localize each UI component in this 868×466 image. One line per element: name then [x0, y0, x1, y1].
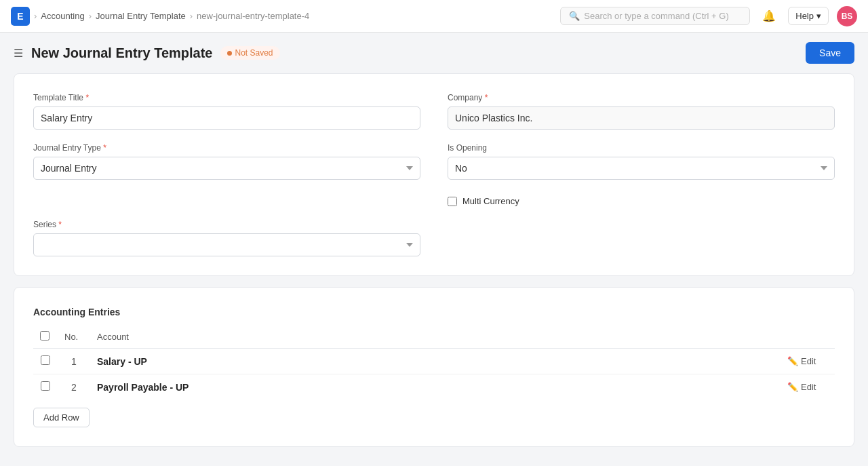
journal-entry-type-group: Journal Entry Type * Journal Entry — [33, 143, 420, 206]
table-header-actions — [781, 326, 835, 349]
template-title-group: Template Title * — [33, 93, 420, 130]
table-row: 1 Salary - UP ✏️ Edit — [33, 349, 835, 374]
avatar[interactable]: BS — [837, 6, 857, 26]
breadcrumb-sep-1: › — [34, 11, 37, 21]
form-row-1: Template Title * Company * — [33, 93, 835, 130]
edit-button[interactable]: ✏️ Edit — [787, 356, 816, 366]
breadcrumb-sep-2: › — [89, 11, 92, 21]
company-group: Company * — [448, 93, 835, 130]
app-logo[interactable]: E — [11, 7, 30, 26]
table-header-row: No. Account — [33, 326, 835, 349]
status-badge: Not Saved — [220, 46, 279, 60]
save-button[interactable]: Save — [806, 42, 854, 64]
breadcrumb-journal-entry-template[interactable]: Journal Entry Template — [96, 11, 186, 21]
is-opening-label: Is Opening — [448, 143, 835, 153]
template-title-label: Template Title * — [33, 93, 420, 102]
form-row-2: Journal Entry Type * Journal Entry Is Op… — [33, 143, 835, 206]
add-row-button[interactable]: Add Row — [33, 408, 90, 427]
form-row-3: Series * — [33, 220, 835, 256]
breadcrumb-current: new-journal-entry-template-4 — [197, 11, 309, 21]
entries-table: No. Account 1 Salary - UP ✏️ Edit 2 — [33, 326, 835, 400]
table-row: 2 Payroll Payable - UP ✏️ Edit — [33, 374, 835, 400]
company-label: Company * — [448, 93, 835, 102]
row-checkbox[interactable] — [41, 381, 50, 391]
template-title-input[interactable] — [33, 106, 420, 130]
page-header-left: ☰ New Journal Entry Template Not Saved — [14, 45, 280, 61]
accounting-entries-card: Accounting Entries No. Account 1 Salary … — [14, 287, 854, 447]
series-select[interactable] — [33, 233, 420, 256]
status-dot — [227, 51, 232, 56]
search-placeholder: Search or type a command (Ctrl + G) — [584, 11, 729, 21]
nav-right: 🔍 Search or type a command (Ctrl + G) 🔔 … — [560, 5, 857, 27]
series-right-spacer — [448, 220, 835, 256]
row-no: 2 — [58, 374, 90, 400]
series-group: Series * — [33, 220, 420, 256]
top-nav: E › Accounting › Journal Entry Template … — [0, 0, 868, 33]
required-marker: * — [85, 93, 89, 102]
edit-button[interactable]: ✏️ Edit — [787, 382, 816, 392]
nav-left: E › Accounting › Journal Entry Template … — [11, 7, 309, 26]
table-select-all-checkbox[interactable] — [40, 331, 50, 341]
accounting-entries-title: Accounting Entries — [33, 307, 835, 317]
journal-entry-type-label: Journal Entry Type * — [33, 143, 420, 153]
required-marker-2: * — [485, 93, 488, 102]
help-button[interactable]: Help ▾ — [788, 7, 829, 25]
row-no: 1 — [58, 349, 90, 374]
page-title: New Journal Entry Template — [31, 45, 212, 61]
multi-currency-row: Multi Currency — [448, 196, 835, 206]
is-opening-group: Is Opening No — [448, 143, 835, 180]
notifications-button[interactable]: 🔔 — [758, 5, 780, 27]
breadcrumb-accounting[interactable]: Accounting — [41, 11, 84, 21]
row-checkbox-cell — [33, 374, 58, 400]
search-box[interactable]: 🔍 Search or type a command (Ctrl + G) — [560, 7, 750, 25]
company-input[interactable] — [448, 106, 835, 130]
row-checkbox-cell — [33, 349, 58, 374]
edit-icon: ✏️ — [787, 356, 798, 366]
menu-icon[interactable]: ☰ — [14, 47, 23, 60]
page-header: ☰ New Journal Entry Template Not Saved S… — [0, 33, 868, 73]
required-marker-3: * — [103, 143, 106, 153]
table-header-no: No. — [58, 326, 90, 349]
breadcrumb-sep-3: › — [190, 11, 193, 21]
required-marker-4: * — [58, 220, 62, 229]
table-header-account: Account — [90, 326, 781, 349]
row-actions: ✏️ Edit — [781, 374, 835, 400]
edit-label: Edit — [801, 382, 816, 392]
row-checkbox[interactable] — [41, 355, 50, 365]
row-actions: ✏️ Edit — [781, 349, 835, 374]
form-card: Template Title * Company * Journal Entry… — [14, 73, 854, 276]
multi-currency-checkbox[interactable] — [448, 197, 457, 206]
edit-icon: ✏️ — [787, 382, 798, 392]
table-header-checkbox-col — [33, 326, 58, 349]
help-label: Help — [795, 11, 814, 21]
search-icon: 🔍 — [569, 11, 580, 21]
chevron-down-icon: ▾ — [816, 11, 821, 21]
status-text: Not Saved — [235, 48, 273, 58]
row-account: Payroll Payable - UP — [90, 374, 781, 400]
series-label: Series * — [33, 220, 420, 229]
is-opening-select[interactable]: No — [448, 157, 835, 180]
journal-entry-type-select[interactable]: Journal Entry — [33, 157, 420, 180]
right-col-extras: Is Opening No Multi Currency — [448, 143, 835, 206]
row-account: Salary - UP — [90, 349, 781, 374]
edit-label: Edit — [801, 356, 816, 366]
multi-currency-label[interactable]: Multi Currency — [462, 196, 519, 206]
